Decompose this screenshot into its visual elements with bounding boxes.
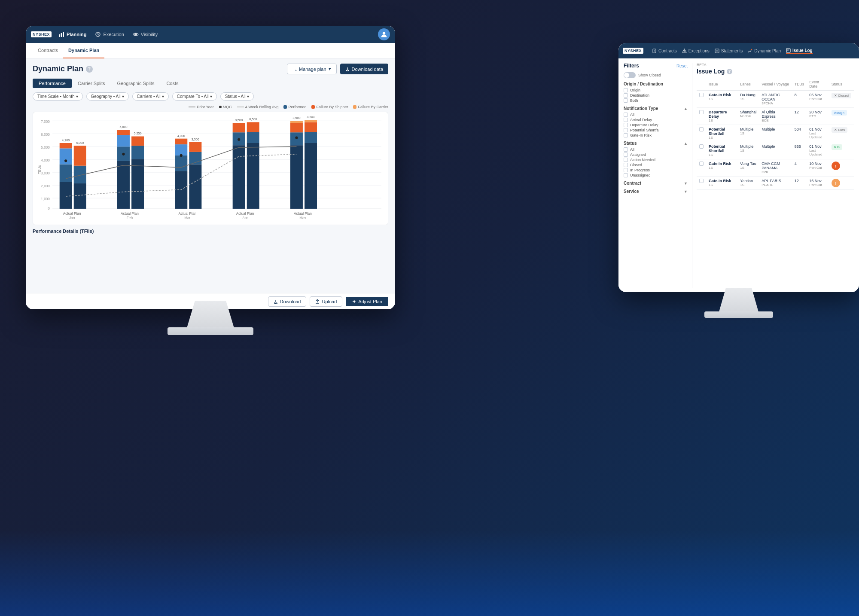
filter-geography[interactable]: Geography • All ▾ <box>86 92 129 101</box>
filter-compare[interactable]: Compare To • All ▾ <box>172 92 217 101</box>
row4-checkbox[interactable] <box>699 144 704 149</box>
alert-icon: ! <box>834 164 838 168</box>
manage-plan-button[interactable]: Manage plan ▾ <box>287 64 337 74</box>
performance-chart: 7,000 6,000 5,000 4,000 3,000 2,000 1,00… <box>33 112 388 225</box>
right-nav-exceptions[interactable]: Exceptions <box>682 49 710 53</box>
tab-costs[interactable]: Costs <box>160 79 184 88</box>
nav-visibility[interactable]: Visibility <box>133 31 158 37</box>
svg-text:2,000: 2,000 <box>41 184 50 188</box>
gatein-checkbox[interactable] <box>624 133 628 137</box>
apr-actual-seg3 <box>233 123 245 132</box>
svg-text:Actual    Plan: Actual Plan <box>294 212 312 216</box>
status-header[interactable]: Status ▲ <box>624 141 688 146</box>
filter-carriers[interactable]: Carriers • All ▾ <box>132 92 169 101</box>
filter-notif-shortfall[interactable]: Potential Shortfall <box>624 128 688 132</box>
table-row: Departure Delay1S ShanghaiNorfolk Al Qib… <box>697 108 854 125</box>
tab-carrier-splits[interactable]: Carrier Splits <box>72 79 111 88</box>
filter-notif-arrival[interactable]: Arrival Delay <box>624 118 688 122</box>
download-data-button[interactable]: Download data <box>340 64 388 74</box>
filter-notif-all[interactable]: All <box>624 113 688 117</box>
inprogress-checkbox[interactable] <box>624 168 628 172</box>
row1-checkbox[interactable] <box>699 93 704 97</box>
arrival-checkbox[interactable] <box>624 118 628 122</box>
origin-checkbox[interactable] <box>624 88 628 92</box>
sub-nav-contracts[interactable]: Contracts <box>33 43 63 58</box>
col-vessel: Vessel / Voyage <box>759 78 792 91</box>
left-monitor-base <box>168 327 253 335</box>
svg-text:5,000: 5,000 <box>76 141 84 145</box>
adjust-plan-button[interactable]: Adjust Plan <box>346 297 388 306</box>
filter-option-dest[interactable]: Destination <box>624 93 688 98</box>
nav-execution[interactable]: Execution <box>95 31 124 37</box>
filter-origin-dest: Origin / Destination Origin Destination … <box>624 82 688 103</box>
reset-button[interactable]: Reset <box>676 64 688 68</box>
tab-geographic-splits[interactable]: Geographic Splits <box>111 79 161 88</box>
col-teus: TEUs <box>792 78 807 91</box>
row2-checkbox[interactable] <box>699 110 704 114</box>
mar-actual-seg3 <box>175 144 187 156</box>
may-plan-seg4 <box>305 120 317 122</box>
statements-icon <box>715 49 719 53</box>
status-badge-5: ! <box>832 162 840 170</box>
issue-log-help[interactable]: ? <box>727 69 732 74</box>
right-nav-contracts[interactable]: Contracts <box>652 49 677 53</box>
mar-actual-seg2 <box>175 156 187 171</box>
unassigned-checkbox[interactable] <box>624 173 628 177</box>
filter-service-section: Service ▼ <box>624 189 688 194</box>
filter-notif-departure[interactable]: Departure Delay <box>624 123 688 127</box>
filter-status-all[interactable]: All <box>624 147 688 152</box>
svg-text:4,000: 4,000 <box>41 159 50 162</box>
notif-all-checkbox[interactable] <box>624 113 628 117</box>
help-icon[interactable]: ? <box>86 66 93 73</box>
filter-status-action[interactable]: Action Needed <box>624 158 688 162</box>
service-header[interactable]: Service ▼ <box>624 189 688 194</box>
user-avatar[interactable] <box>378 28 390 40</box>
table-row: Gate-In Risk1S Vung Tau1S CMA CGM PANAMA… <box>697 159 854 177</box>
svg-rect-2 <box>63 32 64 37</box>
shortfall-checkbox[interactable] <box>624 128 628 132</box>
notif-type-header[interactable]: Notification Type ▲ <box>624 106 688 111</box>
svg-text:1,000: 1,000 <box>41 197 50 201</box>
right-nav-statements[interactable]: Statements <box>715 49 743 53</box>
contract-header[interactable]: Contract ▼ <box>624 181 688 186</box>
sub-nav-dynamic-plan[interactable]: Dynamic Plan <box>63 43 104 58</box>
filter-timescale[interactable]: Time Scale • Month ▾ <box>33 92 83 101</box>
filter-status-unassigned[interactable]: Unassigned <box>624 173 688 177</box>
dest-checkbox[interactable] <box>624 93 628 98</box>
svg-text:8,500: 8,500 <box>249 117 257 121</box>
departure-checkbox[interactable] <box>624 123 628 127</box>
right-nav-issuelog[interactable]: Issue Log <box>786 48 813 54</box>
right-nav-dynplan[interactable]: Dynamic Plan <box>748 49 781 53</box>
legend-failure-carrier: Failure By Carrier <box>353 105 388 109</box>
action-checkbox[interactable] <box>624 158 628 162</box>
col-date: Event Date <box>807 78 829 91</box>
row3-checkbox[interactable] <box>699 127 704 131</box>
row5-checkbox[interactable] <box>699 162 704 166</box>
show-closed-row: Show Closed <box>624 72 688 78</box>
filter-notif-gatein[interactable]: Gate-In Risk <box>624 133 688 137</box>
left-content-area: Dynamic Plan ? Manage plan ▾ Download da… <box>26 58 395 309</box>
filter-option-origin[interactable]: Origin <box>624 88 688 92</box>
status-all-checkbox[interactable] <box>624 147 628 152</box>
filter-title-row: Filters Reset <box>624 63 688 69</box>
row6-checkbox[interactable] <box>699 179 704 183</box>
left-logo: NYSHEX <box>31 31 52 37</box>
upload-button[interactable]: Upload <box>310 296 342 307</box>
show-closed-toggle[interactable] <box>624 72 636 78</box>
both-checkbox[interactable] <box>624 98 628 103</box>
filter-option-both[interactable]: Both <box>624 98 688 103</box>
mqc-dot-apr <box>238 138 240 141</box>
svg-point-52 <box>751 49 752 49</box>
filter-status-assigned[interactable]: Assigned <box>624 152 688 157</box>
nav-planning[interactable]: Planning <box>58 31 86 37</box>
filter-status-closed[interactable]: Closed <box>624 163 688 167</box>
closed-checkbox[interactable] <box>624 163 628 167</box>
floor-reflection <box>0 530 859 616</box>
filter-status-inprogress[interactable]: In Progress <box>624 168 688 172</box>
legend-prior-year: Prior Year <box>189 105 214 109</box>
tab-performance[interactable]: Performance <box>33 79 72 88</box>
filter-notification: Notification Type ▲ All Arrival Delay <box>624 106 688 137</box>
assigned-checkbox[interactable] <box>624 152 628 157</box>
filter-status[interactable]: Status • All ▾ <box>220 92 254 101</box>
download-button[interactable]: Download <box>268 296 307 307</box>
